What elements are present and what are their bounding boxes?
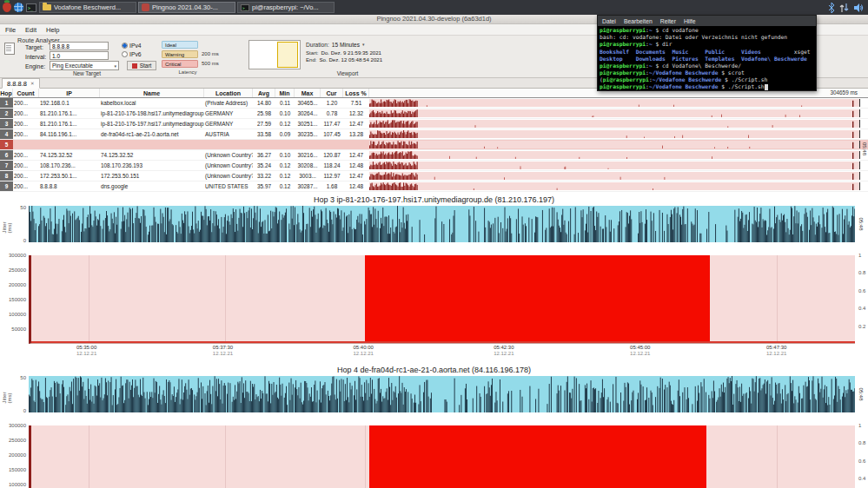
hop-row[interactable]: 6200...74.125.32.5274.125.32.52(Unknown …	[0, 150, 868, 161]
column-header[interactable]: Location	[204, 89, 253, 97]
taskbar-window-button[interactable]: Vodafone Beschwerd...	[39, 2, 136, 13]
new-target-label[interactable]: New Target	[35, 70, 139, 76]
start-time-label: Start:	[306, 49, 319, 56]
menu-help[interactable]: Help	[46, 26, 59, 34]
column-header[interactable]: IP	[39, 89, 100, 97]
latency-tick: 300000	[9, 253, 26, 258]
count-cell: 200...	[13, 181, 39, 191]
jitter-tick: 50	[20, 375, 26, 380]
hop-latency-strip	[369, 141, 860, 148]
column-header[interactable]: Avg	[253, 89, 275, 97]
viewport-caption: Viewport	[313, 70, 382, 76]
column-header[interactable]: Name	[100, 89, 204, 97]
max-cell: 3003...	[295, 171, 321, 181]
ip-cell: 108.170.236...	[39, 161, 100, 170]
menu-file[interactable]: File	[5, 26, 16, 34]
latency-tick: 100000	[9, 482, 26, 487]
network-arrows-icon[interactable]	[839, 3, 849, 13]
jitter-tick: 0	[23, 408, 26, 413]
strips-current-time: 05:48	[862, 142, 867, 155]
column-header[interactable]: Loss %	[343, 89, 369, 97]
ipv4-label: IPv4	[129, 43, 142, 49]
ipv4-radio[interactable]: IPv4	[122, 43, 142, 49]
latency-tick: 150000	[9, 297, 26, 302]
viewport-region[interactable]	[277, 42, 298, 68]
hop-row[interactable]: 9200...8.8.8.8dns.googleUNITED STATES35.…	[0, 181, 868, 192]
loss-cell: 12.47	[343, 150, 369, 160]
min-cell: 0.12	[275, 181, 295, 191]
hop-chart-title: Hop 4 de-fra04d-rc1-ae-21-0.aorta.net (8…	[0, 365, 868, 376]
terminal-menu-datei[interactable]: Datei	[602, 18, 616, 24]
max-cell	[295, 140, 321, 149]
hop-chart: Hop 3 ip-81-210-176-197.hsi17.unitymedia…	[0, 195, 868, 359]
target-input[interactable]	[50, 42, 109, 50]
taskbar-window-button[interactable]: >_pi@raspberrypi: ~/Vo...	[237, 2, 335, 13]
start-button-label: Start	[140, 63, 152, 69]
hop-number: 7	[0, 161, 13, 170]
tab-target[interactable]: 8.8.8.8 ✕	[2, 78, 40, 89]
engine-select[interactable]: Ping Executable ▾	[50, 61, 119, 70]
loss-cell: 12.48	[343, 181, 369, 191]
terminal-menu-reiter[interactable]: Reiter	[660, 18, 676, 24]
terminal-line: Bookshelf Documents Music Public Videos …	[600, 49, 814, 56]
ipv6-radio[interactable]: IPv6	[122, 51, 142, 57]
hop-row[interactable]: 3200...81.210.176.1...ip-81-210-176-197.…	[0, 119, 868, 129]
max-cell: 30216...	[295, 150, 321, 160]
terminal-menu-bearbeiten[interactable]: Bearbeiten	[624, 18, 653, 24]
browser-globe-icon[interactable]	[14, 3, 23, 12]
duration-value[interactable]: 15 Minutes	[332, 42, 360, 48]
column-header[interactable]: Min	[275, 89, 295, 97]
hop-row[interactable]: 1200...192.168.0.1kabelbox.local(Private…	[0, 98, 868, 109]
avg-cell: 36.27	[253, 150, 275, 160]
min-cell: 0.10	[275, 150, 295, 160]
hop-row[interactable]: 4200...84.116.196.1...de-fra04d-rc1-ae-2…	[0, 129, 868, 140]
terminal-line: pi@raspberrypi:~ $ cd vodafone	[600, 27, 814, 34]
loss-cell: 12.32	[343, 109, 369, 118]
terminal-body[interactable]: pi@raspberrypi:~ $ cd vodafonebash: cd: …	[598, 26, 816, 90]
menu-edit[interactable]: Edit	[25, 26, 36, 34]
hop-number: 2	[0, 109, 13, 118]
ip-cell: 74.125.32.52	[39, 150, 100, 160]
hop-table: 304659 ms HopCountIPNameLocationAvgMinMa…	[0, 89, 868, 192]
loss-cell: 12.47	[343, 119, 369, 129]
hop-row[interactable]: 2200...81.210.176.1...ip-81-210-176-198.…	[0, 109, 868, 119]
column-header[interactable]: Hop	[0, 89, 13, 97]
min-cell: 0.12	[275, 119, 295, 129]
hop-row[interactable]: 7200...108.170.236...108.170.236.193(Unk…	[0, 161, 868, 171]
viewport-preview[interactable]	[248, 40, 301, 69]
hop-chart-title: Hop 3 ip-81-210-176-197.hsi17.unitymedia…	[0, 195, 868, 206]
hop-row[interactable]: 8200...172.253.50.1...172.253.50.151(Unk…	[0, 171, 868, 181]
name-cell: 108.170.236.193	[100, 161, 204, 170]
column-header[interactable]: Count	[13, 89, 39, 97]
legend-critical-chip: Critical	[162, 60, 198, 68]
terminal-menu-hilfe[interactable]: Hilfe	[684, 18, 696, 24]
start-button[interactable]: Start	[127, 61, 156, 70]
interval-input[interactable]	[50, 51, 109, 60]
latency-tick: 250000	[9, 267, 26, 273]
cur-cell: 1.68	[321, 181, 343, 191]
ip-cell: 172.253.50.1...	[39, 171, 100, 181]
column-header[interactable]: Max	[295, 89, 321, 97]
ip-cell: 192.168.0.1	[39, 98, 100, 108]
hop-number: 4	[0, 129, 13, 139]
column-header[interactable]: Cur	[321, 89, 343, 97]
location-cell: GERMANY	[204, 109, 253, 118]
terminal-cursor	[765, 84, 768, 90]
terminal-launcher-icon[interactable]: >_	[26, 3, 36, 12]
raspberry-menu-icon[interactable]	[3, 3, 11, 12]
count-cell: 200...	[13, 171, 39, 181]
taskbar-window-button[interactable]: Pingnoo 2021.04.30-...	[138, 2, 235, 13]
packet-loss-outage-region	[369, 425, 707, 488]
loss-cell	[343, 140, 369, 149]
count-cell: 200...	[13, 109, 39, 118]
volume-icon[interactable]	[853, 3, 864, 13]
location-cell: AUSTRIA	[204, 129, 253, 139]
tab-close-icon[interactable]: ✕	[30, 81, 35, 86]
taskbar-window-label: Pingnoo 2021.04.30-...	[152, 3, 218, 11]
bluetooth-icon[interactable]	[828, 3, 835, 13]
hop-number: 6	[0, 150, 13, 160]
min-cell: 0.10	[275, 109, 295, 118]
hop-row[interactable]: 5	[0, 140, 868, 150]
location-cell: (Unknown Country?)	[204, 171, 253, 181]
current-time-label: 05:48	[858, 217, 864, 230]
